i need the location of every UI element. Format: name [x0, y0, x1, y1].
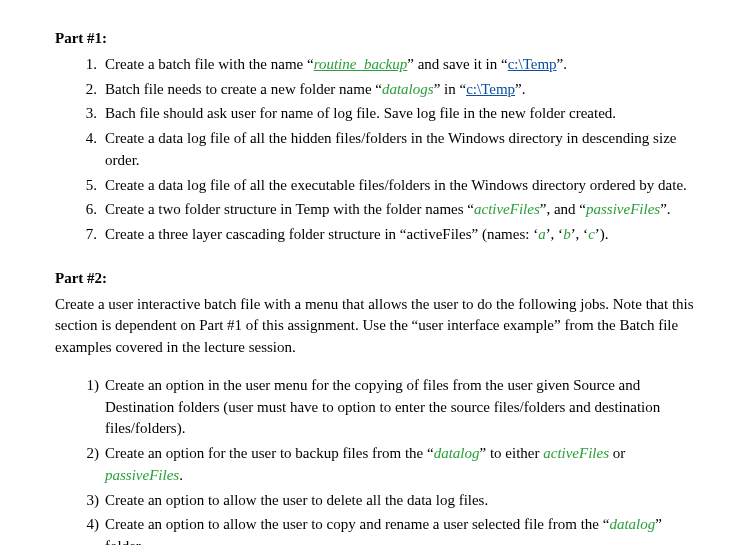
item-number: 1)	[79, 375, 99, 397]
item-number: 6.	[75, 199, 97, 221]
item-number: 5.	[75, 175, 97, 197]
item-text: Bach file should ask user for name of lo…	[105, 105, 616, 121]
list-item: 6. Create a two folder structure in Temp…	[83, 199, 703, 221]
path-link: c:\Temp	[508, 56, 557, 72]
item-text: ’, ‘	[546, 226, 564, 242]
emphasis: datalog	[609, 516, 655, 532]
list-item: 5. Create a data log file of all the exe…	[83, 175, 703, 197]
emphasis: datalog	[434, 445, 480, 461]
item-text: Batch file needs to create a new folder …	[105, 81, 382, 97]
item-text: ”.	[515, 81, 525, 97]
item-text: or	[609, 445, 625, 461]
item-text: Create an option to allow the user to co…	[105, 516, 609, 532]
emphasis: datalogs	[382, 81, 434, 97]
item-text: ” and save it in “	[407, 56, 507, 72]
item-text: Create a three layer cascading folder st…	[105, 226, 538, 242]
list-item: 1) Create an option in the user menu for…	[85, 375, 703, 440]
item-text: ”.	[660, 201, 670, 217]
item-text: ”.	[557, 56, 567, 72]
item-text: Create an option in the user menu for th…	[105, 377, 660, 437]
emphasis: activeFiles	[543, 445, 609, 461]
part2-heading: Part #2:	[55, 268, 703, 290]
part1-heading: Part #1:	[55, 28, 703, 50]
emphasis: c	[588, 226, 595, 242]
list-item: 7. Create a three layer cascading folder…	[83, 224, 703, 246]
emphasis: passiveFiles	[586, 201, 660, 217]
emphasis: activeFiles	[474, 201, 540, 217]
item-number: 7.	[75, 224, 97, 246]
list-item: 4) Create an option to allow the user to…	[85, 514, 703, 545]
item-number: 1.	[75, 54, 97, 76]
item-number: 2)	[79, 443, 99, 465]
item-number: 3)	[79, 490, 99, 512]
item-text: Create a batch file with the name “	[105, 56, 314, 72]
emphasis: b	[563, 226, 571, 242]
item-text: .	[179, 467, 183, 483]
emphasis: passiveFiles	[105, 467, 179, 483]
item-text: ”, and “	[540, 201, 586, 217]
item-text: Create a data log file of all the execut…	[105, 177, 687, 193]
item-text: ’).	[595, 226, 609, 242]
list-item: 2. Batch file needs to create a new fold…	[83, 79, 703, 101]
path-link: c:\Temp	[466, 81, 515, 97]
list-item: 2) Create an option for the user to back…	[85, 443, 703, 487]
list-item: 4. Create a data log file of all the hid…	[83, 128, 703, 172]
item-text: Create an option to allow the user to de…	[105, 492, 488, 508]
list-item: 3. Bach file should ask user for name of…	[83, 103, 703, 125]
item-text: ” to either	[479, 445, 543, 461]
item-text: Create a data log file of all the hidden…	[105, 130, 676, 168]
item-number: 3.	[75, 103, 97, 125]
item-number: 4.	[75, 128, 97, 150]
part2-list: 1) Create an option in the user menu for…	[55, 375, 703, 545]
item-text: ” in “	[434, 81, 466, 97]
part1-list: 1. Create a batch file with the name “ro…	[55, 54, 703, 246]
item-number: 4)	[79, 514, 99, 536]
emphasis: a	[538, 226, 546, 242]
item-text: ’, ‘	[571, 226, 589, 242]
part2-intro: Create a user interactive batch file wit…	[55, 294, 703, 359]
list-item: 1. Create a batch file with the name “ro…	[83, 54, 703, 76]
item-text: Create a two folder structure in Temp wi…	[105, 201, 474, 217]
emphasis: routine_backup	[314, 56, 408, 72]
item-text: Create an option for the user to backup …	[105, 445, 434, 461]
list-item: 3) Create an option to allow the user to…	[85, 490, 703, 512]
item-number: 2.	[75, 79, 97, 101]
